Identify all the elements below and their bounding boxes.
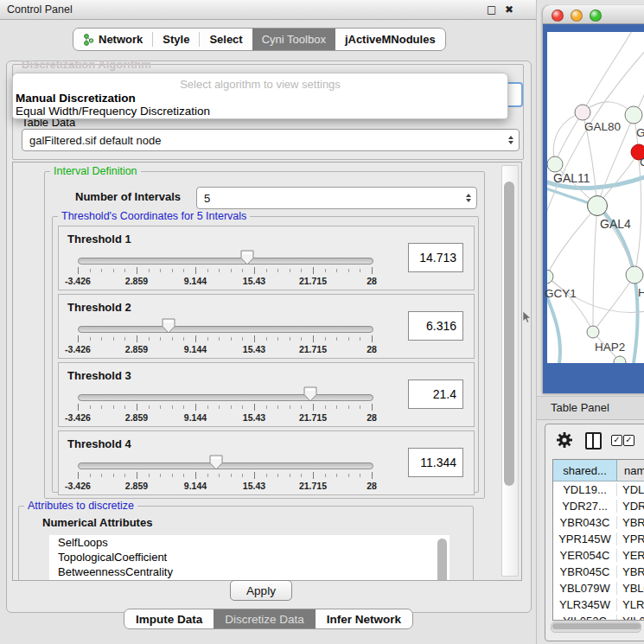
table-row[interactable]: YDL19... YDL1 xyxy=(553,481,644,498)
table-row[interactable]: YBR045C YBR0 xyxy=(553,564,644,580)
combo-stepper-icon[interactable] xyxy=(461,194,476,202)
cell-shared-name[interactable]: YBR043C xyxy=(553,516,617,529)
network-icon xyxy=(83,33,94,47)
algorithm-option-manual[interactable]: Manual Discretization xyxy=(16,92,136,105)
cell-shared-name[interactable]: YLR345W xyxy=(553,598,617,611)
close-light-icon[interactable] xyxy=(552,10,564,22)
cell-shared-name[interactable]: YBL079W xyxy=(553,582,617,595)
attribute-item[interactable]: SelfLoops xyxy=(49,535,450,550)
float-window-icon[interactable]: □ xyxy=(487,3,496,16)
table-body: YDL19... YDL1 YDR27... YDR2 YBR043C YBR0… xyxy=(553,481,644,621)
slider-thumb-icon[interactable] xyxy=(209,455,223,470)
table-data-combobox[interactable]: galFiltered.sif default node xyxy=(22,129,520,151)
cell-shared-name[interactable]: YDR27... xyxy=(553,500,617,513)
table-row[interactable]: YLR345W YLR3 xyxy=(553,596,644,613)
cell-name[interactable]: YBL0 xyxy=(617,582,644,595)
combo-stepper-icon[interactable] xyxy=(503,136,519,144)
node-label-gal11[interactable]: GAL11 xyxy=(553,171,590,185)
attribute-list-scrollbar[interactable] xyxy=(437,539,447,581)
tab-cyni-toolbox[interactable]: Cyni Toolbox xyxy=(252,29,335,50)
threshold-slider[interactable]: -3.4262.8599.14415.4321.71528 xyxy=(78,389,372,424)
threshold-slider[interactable]: -3.4262.8599.14415.4321.71528 xyxy=(78,457,372,492)
table-row[interactable]: YBL079W YBL0 xyxy=(553,580,644,596)
table-row[interactable]: YPR145W YPR1 xyxy=(553,531,644,547)
network-canvas[interactable] xyxy=(547,32,644,363)
node-label-partial-g[interactable]: G xyxy=(636,126,644,139)
node-label-gal80[interactable]: GAL80 xyxy=(584,120,621,133)
node-attribute-table[interactable]: shared... name YDL19... YDL1 YDR27... YD… xyxy=(552,459,644,621)
table-hscrollbar-track[interactable] xyxy=(551,622,641,633)
gear-icon[interactable] xyxy=(556,431,573,452)
cell-name[interactable]: YER0 xyxy=(617,549,644,562)
attribute-item[interactable]: BetweennessCentrality xyxy=(49,564,450,579)
threshold-coordinates-group: Threshold's Coordinates for 5 Intervals … xyxy=(52,216,479,493)
cell-shared-name[interactable]: YPR145W xyxy=(553,532,617,545)
slider-track[interactable] xyxy=(78,326,373,333)
close-icon[interactable]: ✖ xyxy=(505,3,513,16)
table-row[interactable]: YDR27... YDR2 xyxy=(553,498,644,514)
settings-scrollbar-thumb[interactable] xyxy=(504,182,514,486)
threshold-value-field[interactable] xyxy=(408,448,463,477)
settings-scrollbar-track[interactable] xyxy=(501,165,519,577)
panel-splitter[interactable] xyxy=(536,0,537,644)
table-row[interactable]: YBR043C YBR0 xyxy=(553,514,644,531)
cell-name[interactable]: YBR0 xyxy=(617,565,644,578)
zoom-light-icon[interactable] xyxy=(590,10,602,22)
apply-button[interactable]: Apply xyxy=(230,580,292,601)
column-header-name[interactable]: name xyxy=(617,460,644,481)
node-label-gcy1[interactable]: GCY1 xyxy=(545,287,577,300)
cell-name[interactable]: YLR3 xyxy=(617,598,644,611)
attribute-item[interactable]: TopologicalCoefficient xyxy=(49,550,450,564)
cell-name[interactable]: YIL0 xyxy=(617,615,644,621)
node-label-partial-h[interactable]: H xyxy=(638,286,644,299)
cell-shared-name[interactable]: YDL19... xyxy=(553,483,617,496)
tab-discretize-data-label: Discretize Data xyxy=(225,613,304,626)
tab-select[interactable]: Select xyxy=(200,29,252,50)
table-row[interactable]: YER054C YER0 xyxy=(553,547,644,564)
numerical-attributes-list[interactable]: SelfLoopsTopologicalCoefficientBetweenne… xyxy=(49,535,450,581)
table-panel-titlebar: Table Panel xyxy=(537,396,644,420)
network-view-window xyxy=(543,5,644,393)
slider-thumb-icon[interactable] xyxy=(240,250,254,265)
tab-style-label: Style xyxy=(163,33,189,46)
slider-track[interactable] xyxy=(78,394,373,401)
cell-name[interactable]: YDR2 xyxy=(617,500,644,513)
tab-style[interactable]: Style xyxy=(153,29,199,50)
tab-network[interactable]: Network xyxy=(73,29,152,50)
table-hscrollbar-thumb[interactable] xyxy=(552,623,641,629)
split-columns-icon[interactable] xyxy=(585,432,602,450)
slider-thumb-icon[interactable] xyxy=(162,318,175,334)
node-label-partial-c[interactable]: C xyxy=(640,156,644,169)
threshold-value-field[interactable] xyxy=(408,379,463,409)
node-label-hap2[interactable]: HAP2 xyxy=(595,341,625,354)
cell-shared-name[interactable]: YBR045C xyxy=(553,565,617,578)
node-label-gal4[interactable]: GAL4 xyxy=(600,217,631,231)
tab-impute-data-label: Impute Data xyxy=(136,613,202,626)
table-row[interactable]: YIL052C YIL0 xyxy=(553,613,644,621)
threshold-label: Threshold 3 xyxy=(67,369,131,382)
tab-infer-network[interactable]: Infer Network xyxy=(316,609,412,628)
network-window-titlebar[interactable] xyxy=(543,5,644,24)
tab-discretize-data[interactable]: Discretize Data xyxy=(214,609,316,628)
threshold-slider[interactable]: -3.4262.8599.14415.4321.71528 xyxy=(78,321,372,355)
checkbox-checked-icon[interactable]: ✓ xyxy=(611,435,622,446)
slider-thumb-icon[interactable] xyxy=(303,386,317,402)
algorithm-option-equal-width[interactable]: Equal Width/Frequency Discretization xyxy=(16,105,210,118)
network-graph xyxy=(547,32,644,363)
cell-shared-name[interactable]: YIL052C xyxy=(553,615,617,621)
slider-track[interactable] xyxy=(78,462,373,469)
column-header-shared-name[interactable]: shared... xyxy=(553,460,617,481)
cell-name[interactable]: YPR1 xyxy=(617,532,644,545)
slider-track[interactable] xyxy=(78,258,373,265)
minimize-light-icon[interactable] xyxy=(571,10,583,22)
threshold-slider[interactable]: -3.4262.8599.14415.4321.71528 xyxy=(78,252,372,287)
number-of-intervals-combobox[interactable]: 5 xyxy=(196,187,477,209)
tab-impute-data[interactable]: Impute Data xyxy=(124,609,214,628)
tab-jactivemnodules[interactable]: jActiveMNodules xyxy=(335,29,445,50)
threshold-value-field[interactable] xyxy=(408,243,463,272)
threshold-value-field[interactable] xyxy=(408,311,463,341)
cell-shared-name[interactable]: YER054C xyxy=(553,549,617,562)
cell-name[interactable]: YDL1 xyxy=(617,483,644,496)
cell-name[interactable]: YBR0 xyxy=(617,516,644,529)
checkbox-checked-icon[interactable]: ✓ xyxy=(623,435,634,446)
